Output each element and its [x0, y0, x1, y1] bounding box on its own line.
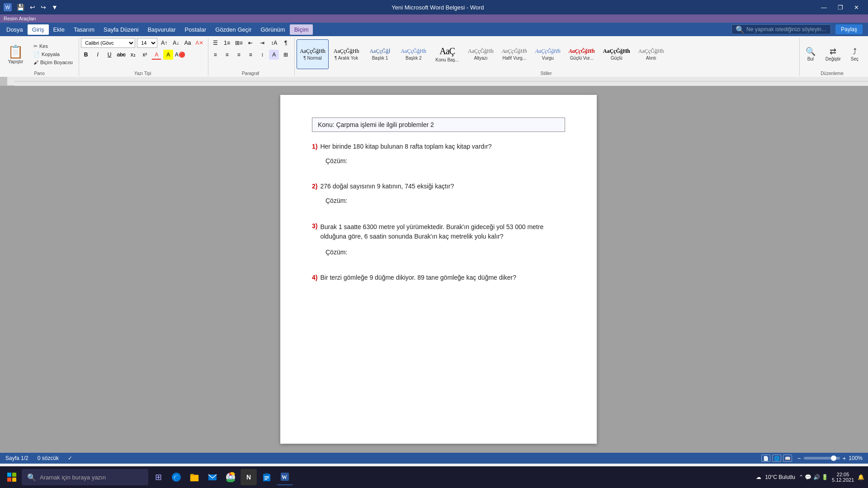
select-button[interactable]: ⤴ Seç: [847, 45, 863, 63]
paste-button[interactable]: 📋 Yapıştır: [4, 42, 28, 66]
style-heading1-label: Başlık 1: [372, 56, 388, 61]
find-button[interactable]: 🔍 Bul: [802, 45, 820, 63]
style-no-spacing[interactable]: AaÇçĞğHh ¶ Aralık Yok: [330, 39, 363, 69]
menu-postalar[interactable]: Postalar: [180, 24, 211, 35]
replace-button[interactable]: ⇄ Değiştir: [821, 45, 845, 63]
edge-browser-icon[interactable]: [168, 469, 184, 485]
redo-button[interactable]: ↪: [38, 3, 48, 12]
menu-bicim[interactable]: Biçim: [290, 24, 313, 35]
increase-indent-button[interactable]: ⇥: [257, 38, 267, 48]
bold-button[interactable]: B: [81, 50, 91, 60]
ribbon-header: Dosya Giriş Ekle Tasarım Sayfa Düzeni Ba…: [0, 23, 868, 36]
minimize-button[interactable]: —: [816, 2, 832, 13]
file-explorer-icon[interactable]: [186, 469, 203, 485]
undo-button[interactable]: ↩: [28, 3, 38, 12]
decrease-font-button[interactable]: A↓: [171, 38, 181, 48]
show-formatting-button[interactable]: ¶: [281, 38, 291, 48]
style-emphasis-preview: AaÇçĞğHh: [535, 48, 561, 55]
align-left-button[interactable]: ≡: [210, 50, 220, 60]
zoom-in-button[interactable]: +: [843, 455, 846, 462]
style-no-spacing-preview: AaÇçĞğHh: [334, 48, 359, 55]
numbering-button[interactable]: 1≡: [222, 38, 232, 48]
style-intense-emphasis[interactable]: AaÇçĞğHh Güçlü Vur...: [566, 39, 598, 69]
increase-font-button[interactable]: A↑: [159, 38, 169, 48]
align-right-button[interactable]: ≡: [234, 50, 244, 60]
view-read-button[interactable]: 📖: [783, 455, 792, 462]
view-normal-button[interactable]: 📄: [761, 455, 770, 462]
customize-qa-button[interactable]: ▼: [49, 3, 60, 12]
line-spacing-button[interactable]: ↕: [257, 50, 267, 60]
chrome-icon[interactable]: [222, 469, 239, 485]
clipboard-app-icon[interactable]: [259, 469, 275, 485]
menu-dosya[interactable]: Dosya: [2, 24, 28, 35]
notion-icon[interactable]: N: [241, 469, 257, 485]
font-shading-button[interactable]: A🔴: [175, 50, 185, 60]
copy-button[interactable]: 📄 Kopyala: [31, 51, 75, 58]
view-web-button[interactable]: 🌐: [772, 455, 781, 462]
style-quote[interactable]: AaÇçĞğHh Alıntı: [635, 39, 667, 69]
taskbar-tray: ⌃ 💬 🔊 🔋: [799, 474, 828, 480]
save-button[interactable]: 💾: [14, 3, 27, 12]
view-buttons: 📄 🌐 📖: [761, 455, 792, 462]
start-button[interactable]: [4, 469, 20, 485]
paste-icon: 📋: [8, 44, 24, 59]
font-color-button[interactable]: A: [151, 50, 161, 60]
highlight-button[interactable]: A: [163, 50, 173, 60]
menu-tasarim[interactable]: Tasarım: [69, 24, 99, 35]
search-input[interactable]: [746, 26, 827, 33]
format-painter-button[interactable]: 🖌 Biçim Boyacısı: [31, 59, 75, 66]
justify-button[interactable]: ≡: [245, 50, 255, 60]
borders-button[interactable]: ⊞: [281, 50, 291, 60]
bullets-button[interactable]: ☰: [210, 38, 220, 48]
cut-button[interactable]: ✂ Kes: [31, 42, 75, 50]
menu-ekle[interactable]: Ekle: [49, 24, 69, 35]
svg-point-13: [229, 476, 232, 479]
menu-gorunum[interactable]: Görünüm: [256, 24, 289, 35]
style-emphasis[interactable]: AaÇçĞğHh Vurgu: [532, 39, 564, 69]
italic-button[interactable]: I: [93, 50, 103, 60]
zoom-out-button[interactable]: −: [797, 455, 801, 462]
status-bar: Sayfa 1/2 0 sözcük ✓ 📄 🌐 📖 − + 100%: [0, 453, 868, 464]
underline-button[interactable]: U: [104, 50, 114, 60]
font-size-select[interactable]: 14: [137, 38, 157, 48]
share-button[interactable]: Paylaş: [835, 24, 863, 34]
strikethrough-button[interactable]: abc: [116, 50, 126, 60]
svg-rect-4: [12, 478, 16, 482]
style-subtitle[interactable]: AaÇçĞğHh Altyazı: [465, 39, 497, 69]
multilevel-button[interactable]: ⊞≡: [234, 38, 244, 48]
style-subtle-emphasis[interactable]: AaÇçĞğHh Hafif Vurg...: [499, 39, 530, 69]
zoom-slider[interactable]: [804, 457, 840, 460]
mail-icon[interactable]: [204, 469, 221, 485]
taskbar-search[interactable]: 🔍 Aramak için buraya yazın: [22, 469, 148, 485]
notification-button[interactable]: 🔔: [858, 474, 864, 480]
menu-basvurular[interactable]: Başvurular: [143, 24, 180, 35]
styles-content: AaÇçĞğHh ¶ Normal AaÇçĞğHh ¶ Aralık Yok …: [297, 38, 667, 70]
search-area[interactable]: 🔍: [731, 24, 831, 34]
maximize-button[interactable]: ❐: [832, 2, 849, 13]
close-button[interactable]: ✕: [849, 2, 864, 13]
style-strong[interactable]: AaÇçĞğHh Güçlü: [600, 39, 633, 69]
shading-button[interactable]: A: [269, 50, 279, 60]
menu-sayfa[interactable]: Sayfa Düzeni: [99, 24, 143, 35]
decrease-indent-button[interactable]: ⇤: [245, 38, 255, 48]
style-heading1-preview: AaÇçĞğİ: [369, 48, 390, 55]
weather-text: 10°C Bulutlu: [765, 474, 795, 480]
subscript-button[interactable]: x₂: [128, 50, 138, 60]
clear-formatting-button[interactable]: A✕: [194, 38, 204, 48]
style-heading1[interactable]: AaÇçĞğİ Başlık 1: [364, 39, 396, 69]
taskbar-clock[interactable]: 22:05 5.12.2021: [832, 472, 854, 483]
sort-button[interactable]: ↕A: [269, 38, 279, 48]
menu-giris[interactable]: Giriş: [28, 24, 49, 35]
word-app-icon[interactable]: W: [277, 469, 293, 485]
style-normal[interactable]: AaÇçĞğHh ¶ Normal: [297, 39, 329, 69]
svg-rect-2: [12, 473, 16, 477]
superscript-button[interactable]: x²: [140, 50, 150, 60]
menu-gozden[interactable]: Gözden Geçir: [211, 24, 256, 35]
task-view-icon[interactable]: ⊞: [150, 469, 166, 485]
align-center-button[interactable]: ≡: [222, 50, 232, 60]
style-title[interactable]: AaÇ Konu Baş...: [431, 39, 463, 69]
style-intense-emphasis-preview: AaÇçĞğHh: [569, 48, 595, 55]
style-heading2[interactable]: AaÇçĞğHh Başlık 2: [397, 39, 429, 69]
font-family-select[interactable]: Calibri (Gövc: [81, 38, 135, 48]
change-case-button[interactable]: Aa: [183, 38, 193, 48]
